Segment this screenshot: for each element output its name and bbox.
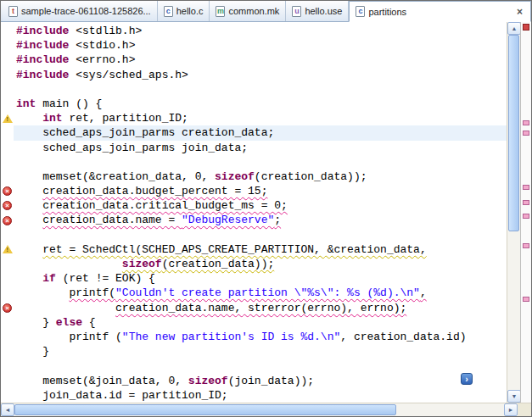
- scroll-left-icon[interactable]: ◄: [1, 403, 14, 416]
- code-line[interactable]: #include <stdlib.h>: [1, 24, 507, 38]
- code-line-text[interactable]: sizeof(creation_data));: [14, 257, 507, 271]
- vertical-scroll-thumb[interactable]: [508, 35, 519, 231]
- code-line-text[interactable]: int ret, partition_ID;: [14, 111, 507, 125]
- warning-marker-icon[interactable]: [3, 245, 13, 253]
- code-line-text[interactable]: #include <sys/sched_aps.h>: [14, 68, 507, 82]
- code-line[interactable]: if (ret != EOK) {: [1, 271, 507, 286]
- overview-mark[interactable]: [523, 185, 529, 190]
- code-line-text[interactable]: if (ret != EOK) {: [14, 271, 507, 286]
- close-tab-icon[interactable]: ×: [515, 6, 524, 18]
- code-line-text[interactable]: [14, 155, 507, 170]
- code-line-text[interactable]: creation_data.name = "DebugReserve";: [14, 213, 507, 227]
- error-marker-icon[interactable]: [3, 186, 12, 196]
- gutter-cell: [1, 97, 14, 111]
- code-line[interactable]: memset(&creation_data, 0, sizeof(creatio…: [1, 170, 507, 184]
- horizontal-scrollbar[interactable]: ◄ ►: [1, 403, 518, 416]
- vertical-scroll-track[interactable]: [507, 35, 520, 390]
- code-line[interactable]: #include <stdio.h>: [1, 38, 507, 53]
- code-line-text[interactable]: ret = SchedCtl(SCHED_APS_CREATE_PARTITIO…: [14, 242, 507, 257]
- code-line[interactable]: [1, 359, 507, 373]
- code-line[interactable]: creation_data.name, strerror(errno), err…: [1, 301, 507, 315]
- error-marker-icon[interactable]: [3, 201, 12, 210]
- code-line-text[interactable]: printf ("The new partition's ID is %d.\n…: [14, 330, 507, 344]
- scrollbar-corner: [518, 403, 531, 416]
- warning-marker-icon[interactable]: [3, 114, 13, 123]
- tab-common-mk[interactable]: mcommon.mk: [210, 1, 286, 21]
- code-line[interactable]: join_data.id = partition_ID;: [1, 388, 507, 403]
- code-line[interactable]: creation_data.name = "DebugReserve";: [1, 213, 507, 227]
- overview-mark[interactable]: [523, 243, 529, 248]
- c-file-icon: c: [356, 6, 365, 17]
- gutter-cell: [1, 374, 14, 388]
- code-line[interactable]: [1, 82, 507, 97]
- bottom-bar: ◄ ►: [1, 403, 531, 416]
- code-line-text[interactable]: sched_aps_join_parms creation_data;: [14, 125, 507, 140]
- overview-mark[interactable]: [523, 200, 529, 205]
- code-line[interactable]: printf("Couldn't create partition \"%s\"…: [1, 286, 507, 300]
- code-line-text[interactable]: memset(&creation_data, 0, sizeof(creatio…: [14, 170, 507, 184]
- gutter-cell: [1, 257, 14, 271]
- code-line-text[interactable]: memset(&join_data, 0, sizeof(join_data))…: [14, 374, 507, 388]
- code-line[interactable]: int main () {: [1, 97, 507, 111]
- code-line-text[interactable]: [14, 359, 507, 373]
- error-marker-icon[interactable]: [3, 303, 12, 313]
- gutter-cell: [1, 330, 14, 344]
- code-line-text[interactable]: int main () {: [14, 97, 507, 111]
- scroll-right-icon[interactable]: ►: [504, 403, 518, 416]
- tab-partitions[interactable]: cpartitions×: [349, 1, 531, 22]
- overview-mark[interactable]: [523, 131, 529, 136]
- gutter-cell: [1, 198, 14, 213]
- code-line-text[interactable]: join_data.id = partition_ID;: [14, 388, 507, 403]
- code-line[interactable]: sizeof(creation_data));: [1, 257, 507, 271]
- code-line-text[interactable]: #include <stdlib.h>: [14, 24, 507, 38]
- code-line[interactable]: sched_aps_join_parms creation_data;: [1, 125, 507, 140]
- code-line[interactable]: printf ("The new partition's ID is %d.\n…: [1, 330, 507, 344]
- code-line-text[interactable]: #include <stdio.h>: [14, 38, 507, 53]
- gutter-cell: [1, 125, 14, 140]
- tab-sample-trace-061108-125826[interactable]: tsample-trace-061108-125826...: [3, 1, 158, 21]
- code-line[interactable]: [1, 155, 507, 170]
- code-line[interactable]: memset(&join_data, 0, sizeof(join_data))…: [1, 374, 507, 388]
- error-marker-icon[interactable]: [3, 216, 12, 225]
- code-line[interactable]: #include <errno.h>: [1, 53, 507, 67]
- code-line-text[interactable]: }: [14, 344, 507, 359]
- tab-label: common.mk: [228, 6, 279, 16]
- tab-hello-c[interactable]: chello.c: [158, 1, 210, 21]
- code-line-text[interactable]: #include <errno.h>: [14, 53, 507, 67]
- overview-mark[interactable]: [523, 297, 529, 302]
- gutter-cell: [1, 141, 14, 155]
- code-line[interactable]: sched_aps_join_parms join_data;: [1, 141, 507, 155]
- trace-file-icon: t: [8, 6, 18, 17]
- code-line-text[interactable]: creation_data.name, strerror(errno), err…: [14, 301, 507, 315]
- code-line[interactable]: creation_data.budget_percent = 15;: [1, 184, 507, 198]
- code-line[interactable]: #include <sys/sched_aps.h>: [1, 68, 507, 82]
- code-line[interactable]: }: [1, 344, 507, 359]
- code-line[interactable]: } else {: [1, 315, 507, 330]
- vertical-scrollbar[interactable]: ▲ ▼: [507, 22, 520, 403]
- code-line-text[interactable]: } else {: [14, 315, 507, 330]
- code-line-text[interactable]: creation_data.critical_budget_ms = 0;: [14, 198, 507, 213]
- code-line-text[interactable]: printf("Couldn't create partition \"%s\"…: [14, 286, 507, 300]
- tab-hello-use[interactable]: uhello.use: [286, 1, 349, 21]
- expand-button[interactable]: ›: [461, 373, 473, 385]
- code-line-text[interactable]: creation_data.budget_percent = 15;: [14, 184, 507, 198]
- tab-label: partitions: [368, 7, 406, 17]
- scroll-down-icon[interactable]: ▼: [507, 390, 521, 403]
- code-line[interactable]: int ret, partition_ID;: [1, 111, 507, 125]
- code-line-text[interactable]: sched_aps_join_parms join_data;: [14, 141, 507, 155]
- code-line[interactable]: [1, 228, 507, 242]
- code-line-text[interactable]: [14, 82, 507, 97]
- horizontal-scroll-thumb[interactable]: [14, 404, 396, 415]
- code-line-text[interactable]: [14, 228, 507, 242]
- horizontal-scroll-track[interactable]: [14, 403, 504, 416]
- code-line[interactable]: creation_data.critical_budget_ms = 0;: [1, 198, 507, 213]
- gutter-cell: [1, 111, 14, 125]
- overview-error-indicator[interactable]: [523, 24, 529, 31]
- overview-mark[interactable]: [523, 214, 529, 219]
- code-editor[interactable]: #include <stdlib.h>#include <stdio.h>#in…: [1, 22, 507, 403]
- overview-mark[interactable]: [523, 120, 529, 125]
- overview-ruler[interactable]: [520, 22, 531, 403]
- scroll-up-icon[interactable]: ▲: [507, 22, 521, 35]
- gutter-cell: [1, 388, 14, 403]
- code-line[interactable]: ret = SchedCtl(SCHED_APS_CREATE_PARTITIO…: [1, 242, 507, 257]
